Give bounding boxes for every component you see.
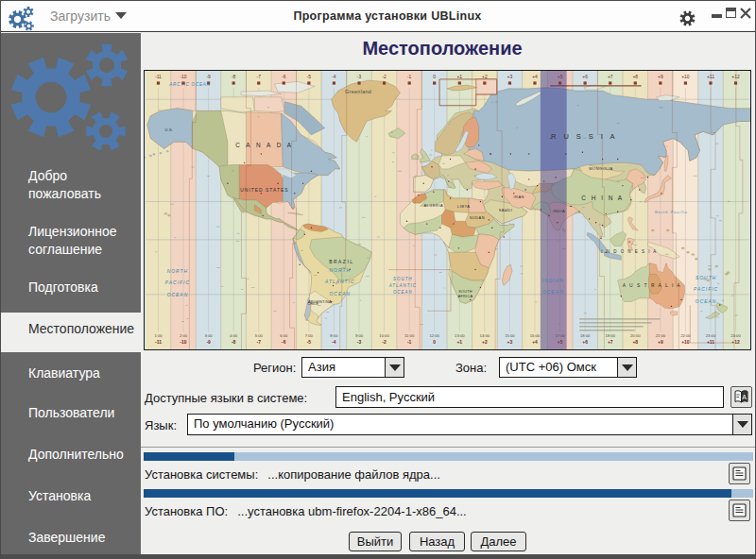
svg-text:AFRICA: AFRICA — [458, 295, 473, 298]
svg-text:-11: -11 — [155, 75, 162, 79]
svg-text:C A N A D A: C A N A D A — [235, 142, 293, 148]
svg-text:+12: +12 — [731, 340, 740, 345]
svg-text:OCEAN: OCEAN — [329, 292, 351, 296]
svg-text:-8: -8 — [232, 340, 236, 345]
svg-text:-2: -2 — [382, 340, 387, 345]
svg-text:-9: -9 — [206, 75, 211, 79]
svg-text:+7: +7 — [608, 75, 613, 79]
svg-text:NORTH: NORTH — [330, 268, 352, 273]
svg-text:OCEAN: OCEAN — [167, 293, 189, 297]
svg-text:ARCTIC OCEAN: ARCTIC OCEAN — [168, 82, 210, 87]
svg-text:ATLANTIC: ATLANTIC — [324, 280, 355, 284]
svg-text:20:00: 20:00 — [630, 333, 641, 338]
svg-text:I N D O N E S I A: I N D O N E S I A — [601, 249, 657, 254]
svg-text:-8: -8 — [232, 75, 236, 79]
svg-text:ALGERIA: ALGERIA — [423, 203, 443, 208]
svg-text:1:00: 1:00 — [154, 333, 163, 338]
svg-text:North Pacific: North Pacific — [655, 210, 688, 214]
svg-text:3:00: 3:00 — [205, 333, 214, 338]
svg-text:7:00: 7:00 — [305, 333, 314, 338]
svg-text:NORTH: NORTH — [167, 269, 189, 274]
svg-text:12:00: 12:00 — [429, 333, 439, 338]
svg-text:R U S S I A: R U S S I A — [551, 132, 617, 141]
svg-text:-5: -5 — [307, 75, 312, 79]
svg-text:C H I N A: C H I N A — [581, 195, 624, 201]
svg-text:19:00: 19:00 — [606, 333, 616, 338]
svg-text:A U S T R A L I A: A U S T R A L I A — [623, 283, 681, 288]
svg-text:+10: +10 — [681, 75, 690, 79]
svg-text:+6: +6 — [582, 340, 588, 345]
svg-text:OCEAN: OCEAN — [542, 290, 564, 295]
svg-text:-3: -3 — [357, 75, 362, 79]
svg-text:24:00: 24:00 — [730, 333, 741, 338]
svg-text:5:00: 5:00 — [255, 333, 264, 338]
svg-text:U.S.: U.S. — [165, 127, 174, 132]
svg-text:OCEAN: OCEAN — [696, 299, 717, 304]
svg-text:-2: -2 — [382, 75, 387, 79]
svg-text:-10: -10 — [180, 340, 186, 345]
svg-text:15:00: 15:00 — [505, 333, 515, 338]
svg-text:21:00: 21:00 — [656, 333, 666, 338]
svg-text:2:00: 2:00 — [180, 333, 188, 338]
svg-text:-11: -11 — [155, 340, 162, 345]
svg-text:-4: -4 — [332, 75, 336, 79]
svg-text:-6: -6 — [282, 75, 286, 79]
svg-text:CHILE: CHILE — [308, 302, 319, 306]
svg-text:18:00: 18:00 — [580, 333, 591, 338]
svg-text:INDIA: INDIA — [553, 209, 565, 213]
svg-text:+8: +8 — [632, 75, 638, 79]
svg-text:+2: +2 — [482, 340, 488, 345]
svg-text:UNITED STATES: UNITED STATES — [240, 188, 288, 193]
svg-text:+11: +11 — [707, 340, 714, 345]
svg-text:ATLANTIC: ATLANTIC — [388, 283, 417, 288]
svg-text:-7: -7 — [257, 75, 262, 79]
svg-text:+2: +2 — [482, 75, 488, 79]
svg-text:+3: +3 — [507, 75, 513, 79]
svg-text:+7: +7 — [608, 340, 613, 345]
svg-text:14:00: 14:00 — [480, 333, 490, 338]
svg-text:IRAN: IRAN — [513, 195, 524, 199]
svg-text:+5: +5 — [558, 75, 563, 79]
svg-text:11:00: 11:00 — [404, 333, 415, 338]
svg-text:-9: -9 — [206, 340, 211, 345]
svg-text:+4: +4 — [532, 75, 538, 79]
svg-text:+1: +1 — [456, 75, 462, 79]
svg-text:+8: +8 — [632, 340, 638, 345]
svg-text:13:00: 13:00 — [455, 333, 465, 338]
svg-text:+6: +6 — [582, 75, 588, 79]
svg-text:16:00: 16:00 — [530, 333, 541, 338]
svg-text:+3: +3 — [507, 340, 513, 345]
svg-text:22:00: 22:00 — [680, 333, 691, 338]
svg-text:4:00: 4:00 — [230, 333, 238, 338]
svg-text:LIBYA: LIBYA — [457, 204, 470, 209]
svg-text:PACIFIC: PACIFIC — [165, 280, 190, 285]
svg-text:-5: -5 — [307, 340, 312, 345]
svg-text:+1: +1 — [456, 340, 462, 345]
svg-text:-3: -3 — [357, 340, 362, 345]
svg-text:9:00: 9:00 — [355, 333, 364, 338]
svg-text:MONGOLIA: MONGOLIA — [589, 166, 612, 171]
svg-text:10:00: 10:00 — [379, 333, 389, 338]
svg-text:SOUTH: SOUTH — [458, 290, 472, 294]
svg-text:-1: -1 — [407, 340, 412, 345]
svg-text:+12: +12 — [731, 75, 740, 79]
svg-text:+10: +10 — [681, 340, 690, 345]
svg-text:Greenland: Greenland — [345, 89, 371, 94]
svg-text:17:00: 17:00 — [555, 333, 565, 338]
svg-text:-6: -6 — [282, 340, 286, 345]
svg-text:+4: +4 — [532, 340, 538, 345]
svg-text:INDIAN: INDIAN — [542, 279, 564, 283]
svg-text:OCEAN: OCEAN — [393, 290, 413, 295]
svg-text:0: 0 — [433, 340, 436, 345]
svg-text:6:00: 6:00 — [280, 333, 288, 338]
svg-text:A: A — [742, 394, 747, 400]
svg-text:+11: +11 — [707, 75, 714, 79]
svg-text:SUDAN: SUDAN — [470, 215, 485, 220]
svg-text:-4: -4 — [332, 340, 336, 345]
svg-text:PACIFIC: PACIFIC — [694, 287, 718, 292]
svg-text:-1: -1 — [407, 75, 412, 79]
svg-text:+9: +9 — [658, 75, 663, 79]
svg-text:-7: -7 — [257, 340, 262, 345]
svg-text:+9: +9 — [658, 340, 663, 345]
svg-text:BRAZIL: BRAZIL — [329, 260, 353, 264]
